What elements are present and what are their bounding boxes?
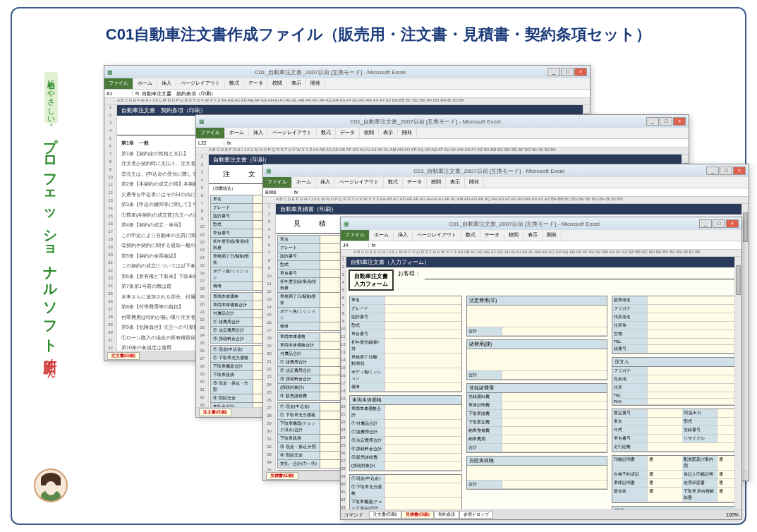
maximize-button[interactable]: □ bbox=[561, 68, 574, 76]
ribbon-file[interactable]: ファイル bbox=[263, 177, 292, 188]
ribbon-view[interactable]: 表示 bbox=[379, 128, 398, 138]
sidebar: 初心者にやさしい・・・ プロフェッショナルソフト 新田 くん bbox=[33, 72, 68, 502]
ribbon-dev[interactable]: 開発 bbox=[543, 230, 562, 241]
registration-block: 登録諸費用 登録届出費 車庫証明費 下取車諸費 下取査定費 納車整備費 納車費用… bbox=[466, 383, 607, 453]
row-headers: 1234567891011121314151617181920212223242… bbox=[196, 155, 209, 407]
ribbon-home[interactable]: ホーム bbox=[133, 78, 157, 89]
name-box[interactable]: J4 bbox=[341, 243, 369, 248]
vertical-scrollbar[interactable] bbox=[734, 257, 741, 509]
minimize-button[interactable]: _ bbox=[646, 117, 659, 126]
titlebar: ▦ C01_自動車注文書_2007以前 [互換モード] - Microsoft … bbox=[341, 217, 741, 230]
close-button[interactable]: × bbox=[574, 68, 587, 76]
payment-block: ① 現金(申込金) ② 下取車充当価格 下取車機器(チェック済み)合計 下取車残… bbox=[349, 474, 462, 509]
ribbon-layout[interactable]: ページレイアウト bbox=[268, 128, 317, 138]
formula-bar: J4 fx bbox=[341, 241, 741, 250]
ribbon-dev[interactable]: 開発 bbox=[465, 177, 484, 188]
vehicle-table: 車名 グレード 認許番号 型式 車台番号 初年度登録/乗員/排気量 車検満了日/… bbox=[277, 235, 349, 331]
sheet-tab-order[interactable]: 注文書(印刷) bbox=[369, 511, 401, 519]
ribbon-data[interactable]: データ bbox=[336, 128, 360, 138]
sheet-tab[interactable]: 見積書(印刷) bbox=[266, 472, 298, 480]
ribbon-file[interactable]: ファイル bbox=[196, 128, 225, 138]
ribbon-dev[interactable]: 開発 bbox=[398, 128, 417, 138]
section-header: 自動車見積書（印刷） bbox=[276, 204, 741, 214]
formula-text[interactable]: 自動車注文書 契約条項（印刷） bbox=[142, 90, 216, 97]
vertical-scrollbar[interactable] bbox=[741, 204, 749, 471]
excel-window-input-form: ▦ C01_自動車注文書_2007以前 [互換モード] - Microsoft … bbox=[340, 217, 742, 520]
column-headers: A B C D E F G H I J K L M N O P Q R S T … bbox=[341, 250, 741, 257]
ribbon-formula[interactable]: 数式 bbox=[384, 177, 403, 188]
ribbon-formula[interactable]: 数式 bbox=[317, 128, 336, 138]
ribbon-home[interactable]: ホーム bbox=[292, 177, 316, 188]
ribbon-data[interactable]: データ bbox=[480, 230, 504, 241]
maximize-button[interactable]: □ bbox=[720, 167, 732, 175]
ribbon-file[interactable]: ファイル bbox=[341, 230, 370, 241]
column-headers: A B C D E F G H I J K L M N O P Q R S T … bbox=[196, 147, 689, 155]
ribbon-home[interactable]: ホーム bbox=[225, 128, 249, 138]
ribbon-dev[interactable]: 開発 bbox=[306, 78, 325, 89]
ribbon-view[interactable]: 表示 bbox=[287, 78, 306, 89]
name-box[interactable]: BW8 bbox=[263, 190, 291, 195]
ribbon-data[interactable]: データ bbox=[403, 177, 427, 188]
ribbon-formula[interactable]: 数式 bbox=[225, 78, 244, 89]
seller-block: 販売者名 フリガナ 代表者名 住所等 古物 TEL 税番号 bbox=[612, 296, 734, 354]
ribbon-review[interactable]: 校閲 bbox=[504, 230, 523, 241]
sheet-tab[interactable]: 注文書(印刷) bbox=[199, 409, 231, 416]
ribbon-view[interactable]: 表示 bbox=[523, 230, 543, 241]
section-header: 自動車注文書（入力フォーム） 依頼区分 税割 bbox=[346, 257, 734, 267]
ribbon-formula[interactable]: 数式 bbox=[461, 230, 480, 241]
ribbon-home[interactable]: ホーム bbox=[370, 230, 394, 241]
sheet-tab[interactable]: 注文書(印刷) bbox=[107, 352, 140, 360]
close-button[interactable]: × bbox=[733, 167, 746, 175]
ribbon-layout[interactable]: ページレイアウト bbox=[176, 78, 225, 89]
formula-bar: A1 fx 自動車注文書 契約条項（印刷） bbox=[104, 90, 590, 98]
ribbon: ファイル ホーム 挿入 ページレイアウト 数式 データ 校閲 表示 開発 bbox=[341, 230, 741, 241]
minimize-button[interactable]: _ bbox=[547, 68, 560, 76]
customer-block: 注文人 フリガナ 氏名/名 住所 TEL FAX bbox=[612, 357, 734, 406]
column-headers: A B C D E F G H I J K L M N O P Q R S T … bbox=[263, 197, 749, 204]
ribbon-layout[interactable]: ページレイアウト bbox=[413, 230, 461, 241]
ribbon-insert[interactable]: 挿入 bbox=[249, 128, 268, 138]
tradein-block: 査定番号同 提出日 車名型式 年式登録番号 車台番号リサイクル 走行距離 bbox=[612, 409, 734, 452]
price-block: 車両本体価格 車両本体価格合計 ① 付属品合計 ② 諸費用合計 ③ 法定費用合計… bbox=[349, 395, 462, 471]
sidebar-subtitle: 初心者にやさしい・・・ bbox=[44, 72, 58, 123]
close-button[interactable]: × bbox=[673, 117, 686, 126]
ribbon-file[interactable]: ファイル bbox=[104, 78, 133, 89]
ribbon: ファイル ホーム 挿入 ページレイアウト 数式 データ 校閲 表示 開発 bbox=[196, 128, 689, 139]
customer-input[interactable] bbox=[425, 270, 734, 279]
ribbon-insert[interactable]: 挿入 bbox=[157, 78, 176, 89]
sheet-tab-contract[interactable]: 契約条項 bbox=[434, 511, 459, 519]
excel-icon: ▦ bbox=[344, 221, 349, 227]
ribbon: ファイル ホーム 挿入 ページレイアウト 数式 データ 校閲 表示 開発 bbox=[263, 177, 749, 188]
insurance-block: 自賠責保険 合計 bbox=[466, 456, 607, 490]
maximize-button[interactable]: □ bbox=[660, 117, 672, 126]
excel-icon: ▦ bbox=[266, 168, 272, 174]
maximize-button[interactable]: □ bbox=[713, 219, 725, 228]
main-frame: C01自動車注文書作成ファイル（販売用・注文書・見積書・契約条項セット） 初心者… bbox=[11, 7, 746, 525]
row-headers: 1234567891011121314151617181920212223242… bbox=[104, 105, 117, 351]
ribbon-insert[interactable]: 挿入 bbox=[316, 177, 335, 188]
sheet-tab-ref[interactable]: 参照ドロップ bbox=[459, 511, 493, 519]
titlebar: ▦ C01_自動車注文書_2007以前 [互換モード] - Microsoft … bbox=[263, 164, 749, 177]
ribbon-review[interactable]: 校閲 bbox=[360, 128, 379, 138]
payment-table: ① 現金(申込金) ② 下取車充当価格 下取車機器(チェック済み)合計 下取車残… bbox=[277, 402, 349, 468]
name-box[interactable]: L22 bbox=[196, 140, 224, 145]
minimize-button[interactable]: _ bbox=[706, 167, 719, 175]
avatar bbox=[34, 468, 68, 502]
zoom-level[interactable]: 100% bbox=[726, 512, 739, 517]
titlebar: ▦ C01_自動車注文書_2007以前 [互換モード] - Microsoft … bbox=[104, 66, 590, 78]
ribbon-layout[interactable]: ページレイアウト bbox=[335, 177, 384, 188]
ribbon-view[interactable]: 表示 bbox=[446, 177, 465, 188]
titlebar: ▦ C01_自動車注文書_2007以前 [互換モード] - Microsoft … bbox=[196, 115, 689, 128]
documents-block: 印鑑証明書通配置図及び案内図通 自検予約済証通保証人印鑑証明通 車庫証明書通使用… bbox=[612, 455, 734, 503]
ribbon-insert[interactable]: 挿入 bbox=[394, 230, 413, 241]
name-box[interactable]: A1 bbox=[104, 91, 133, 96]
minimize-button[interactable]: _ bbox=[699, 219, 712, 228]
form-title: 自動車注文書入力フォーム bbox=[349, 270, 394, 291]
close-button[interactable]: × bbox=[726, 219, 739, 228]
ribbon-data[interactable]: データ bbox=[244, 78, 268, 89]
sheet-tab-quote[interactable]: 見積書(印刷) bbox=[401, 511, 434, 519]
ribbon-review[interactable]: 校閲 bbox=[427, 177, 446, 188]
status-bar: コマンド 注文書(印刷) 見積書(印刷) 契約条項 参照ドロップ 100% bbox=[341, 509, 741, 519]
ribbon-review[interactable]: 校閲 bbox=[268, 78, 287, 89]
vehicle-block: 車名 グレード 認許番号 型式 車台番号 初年度登録/乗/排 車検満了日/駆動/… bbox=[349, 296, 462, 392]
